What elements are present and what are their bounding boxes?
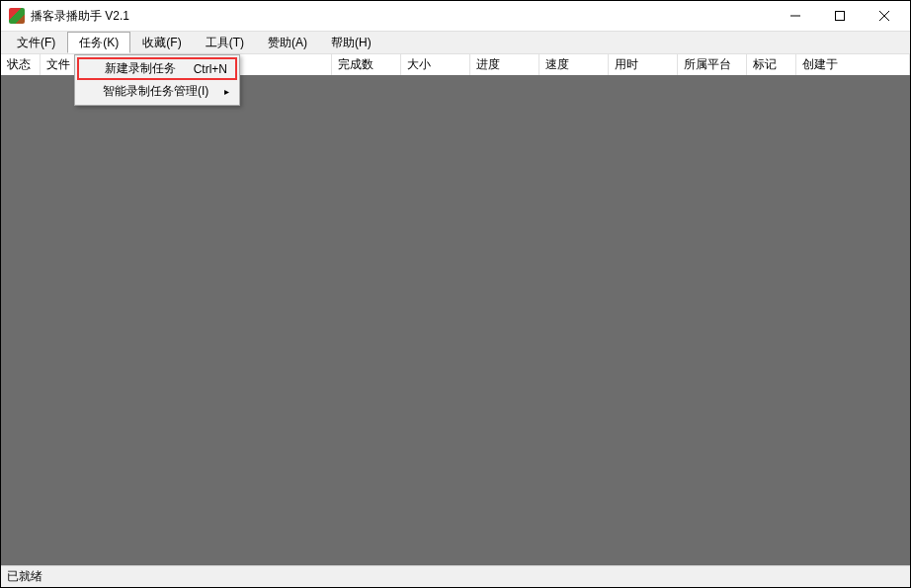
- menu-favorites[interactable]: 收藏(F): [130, 32, 193, 53]
- menu-help[interactable]: 帮助(H): [319, 32, 383, 53]
- window-controls: [773, 2, 906, 30]
- col-size[interactable]: 大小: [401, 54, 470, 75]
- menu-sponsor[interactable]: 赞助(A): [256, 32, 319, 53]
- close-button[interactable]: [862, 2, 906, 30]
- menu-file[interactable]: 文件(F): [5, 32, 67, 53]
- maximize-button[interactable]: [817, 2, 862, 30]
- menu-item-new-record-task[interactable]: 新建录制任务 Ctrl+N: [77, 57, 237, 80]
- titlebar-left: 播客录播助手 V2.1: [5, 8, 129, 25]
- menu-task[interactable]: 任务(K): [67, 32, 130, 53]
- col-speed[interactable]: 速度: [539, 54, 609, 75]
- col-mark[interactable]: 标记: [747, 54, 796, 75]
- close-icon: [879, 11, 889, 21]
- statusbar: 已就绪: [1, 565, 910, 587]
- menu-tools[interactable]: 工具(T): [194, 32, 256, 53]
- col-platform[interactable]: 所属平台: [678, 54, 747, 75]
- dropdown-item-shortcut: Ctrl+N: [194, 62, 227, 76]
- col-created[interactable]: 创建于: [796, 54, 910, 75]
- col-progress[interactable]: 进度: [470, 54, 539, 75]
- minimize-icon: [790, 11, 800, 21]
- minimize-button[interactable]: [773, 2, 817, 30]
- dropdown-item-label: 智能录制任务管理(I): [103, 83, 208, 100]
- menubar: 文件(F) 任务(K) 收藏(F) 工具(T) 赞助(A) 帮助(H) 新建录制…: [1, 31, 910, 54]
- titlebar: 播客录播助手 V2.1: [1, 1, 910, 31]
- app-icon: [9, 8, 25, 24]
- dropdown-item-label: 新建录制任务: [105, 60, 176, 77]
- col-status[interactable]: 状态: [1, 54, 41, 75]
- col-duration[interactable]: 用时: [609, 54, 678, 75]
- status-text: 已就绪: [7, 568, 42, 585]
- chevron-right-icon: ▸: [224, 86, 229, 97]
- content-area: [1, 75, 910, 565]
- col-completed[interactable]: 完成数: [332, 54, 401, 75]
- task-dropdown: 新建录制任务 Ctrl+N 智能录制任务管理(I) ▸: [74, 54, 240, 106]
- window-title: 播客录播助手 V2.1: [31, 8, 129, 25]
- menu-item-smart-record-manage[interactable]: 智能录制任务管理(I) ▸: [77, 80, 237, 103]
- svg-rect-1: [835, 12, 844, 21]
- maximize-icon: [835, 11, 845, 21]
